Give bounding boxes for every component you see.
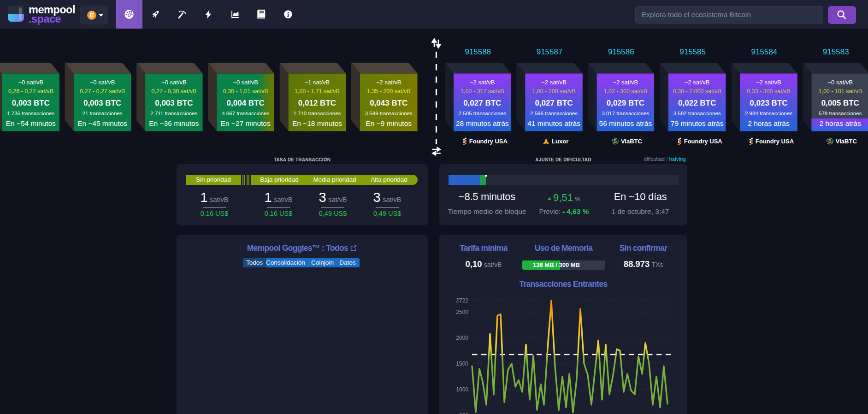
- svg-text:0,012 BTC: 0,012 BTC: [298, 99, 336, 107]
- svg-text:0,003 BTC: 0,003 BTC: [83, 99, 121, 107]
- svg-text:4.667 transacciones: 4.667 transacciones: [222, 111, 269, 116]
- svg-text:Foundry USA: Foundry USA: [684, 138, 723, 145]
- svg-text:915587: 915587: [537, 47, 563, 56]
- svg-text:En ~45 minutos: En ~45 minutos: [77, 119, 127, 127]
- svg-text:28 minutos atrás: 28 minutos atrás: [456, 119, 509, 127]
- svg-text:~2 sat/vB: ~2 sat/vB: [541, 79, 567, 86]
- svg-text:1,00 - 101 sat/vB: 1,00 - 101 sat/vB: [818, 88, 862, 95]
- svg-text:915586: 915586: [608, 47, 634, 56]
- svg-text:915585: 915585: [679, 47, 706, 56]
- svg-text:ViaBTC: ViaBTC: [621, 138, 643, 145]
- svg-text:3.017 transacciones: 3.017 transacciones: [602, 111, 649, 116]
- svg-text:0,33 - 300 sat/vB: 0,33 - 300 sat/vB: [747, 88, 791, 95]
- svg-text:2500: 2500: [456, 309, 468, 315]
- svg-text:0,022 BTC: 0,022 BTC: [678, 99, 716, 107]
- svg-text:~2 sat/vB: ~2 sat/vB: [756, 79, 781, 86]
- svg-text:~2 sat/vB: ~2 sat/vB: [470, 79, 495, 86]
- svg-text:0,043 BTC: 0,043 BTC: [370, 99, 407, 107]
- svg-text:915588: 915588: [465, 47, 491, 56]
- svg-text:~0 sat/vB: ~0 sat/vB: [827, 79, 853, 86]
- svg-text:0,023 BTC: 0,023 BTC: [750, 99, 787, 107]
- svg-text:2000: 2000: [456, 335, 468, 341]
- svg-text:1,35 - 200 sat/vB: 1,35 - 200 sat/vB: [367, 88, 411, 95]
- svg-text:915583: 915583: [823, 47, 849, 56]
- svg-text:2.596 transacciones: 2.596 transacciones: [530, 111, 578, 116]
- svg-text:2.505 transacciones: 2.505 transacciones: [459, 111, 506, 116]
- svg-text:3.582 transacciones: 3.582 transacciones: [673, 111, 721, 116]
- svg-text:En ~54 minutos: En ~54 minutos: [6, 119, 56, 127]
- svg-text:Luxor: Luxor: [552, 138, 568, 145]
- svg-text:~2 sat/vB: ~2 sat/vB: [685, 79, 710, 86]
- svg-text:B: B: [828, 139, 832, 144]
- svg-text:3.599 transacciones: 3.599 transacciones: [365, 111, 413, 116]
- svg-text:0,30 - 2.000 sat/vB: 0,30 - 2.000 sat/vB: [673, 88, 721, 95]
- svg-text:2.711 transacciones: 2.711 transacciones: [150, 111, 197, 116]
- svg-text:2.984 transacciones: 2.984 transacciones: [745, 111, 792, 116]
- svg-text:0,003 BTC: 0,003 BTC: [155, 99, 193, 107]
- svg-text:0,027 BTC: 0,027 BTC: [535, 99, 573, 107]
- svg-text:1.735 transacciones: 1.735 transacciones: [7, 111, 54, 116]
- svg-text:2 horas atrás: 2 horas atrás: [820, 119, 862, 127]
- svg-text:ViaBTC: ViaBTC: [836, 138, 857, 145]
- svg-text:0,004 BTC: 0,004 BTC: [227, 99, 265, 107]
- svg-text:0,27 - 0,27 sat/vB: 0,27 - 0,27 sat/vB: [80, 88, 125, 95]
- svg-text:0,029 BTC: 0,029 BTC: [607, 99, 644, 107]
- svg-text:En ~9 minutos: En ~9 minutos: [366, 119, 412, 127]
- svg-text:1,00 - 317 sat/vB: 1,00 - 317 sat/vB: [461, 88, 504, 95]
- svg-text:~0 sat/vB: ~0 sat/vB: [18, 79, 43, 86]
- svg-text:En ~27 minutos: En ~27 minutos: [221, 119, 271, 127]
- svg-text:0,27 - 0,30 sat/vB: 0,27 - 0,30 sat/vB: [151, 88, 196, 95]
- svg-text:~1 sat/vB: ~1 sat/vB: [305, 79, 330, 86]
- svg-text:En ~18 minutos: En ~18 minutos: [292, 119, 342, 127]
- svg-text:0,30 - 1,01 sat/vB: 0,30 - 1,01 sat/vB: [223, 88, 268, 95]
- svg-text:2 horas atrás: 2 horas atrás: [748, 119, 790, 127]
- svg-text:~2 sat/vB: ~2 sat/vB: [376, 79, 402, 86]
- svg-text:Foundry USA: Foundry USA: [469, 138, 508, 145]
- svg-text:1500: 1500: [456, 361, 468, 367]
- svg-text:~0 sat/vB: ~0 sat/vB: [161, 79, 187, 86]
- svg-text:0,26 - 0,27 sat/vB: 0,26 - 0,27 sat/vB: [8, 88, 53, 95]
- svg-text:~0 sat/vB: ~0 sat/vB: [90, 79, 115, 86]
- svg-text:~2 sat/vB: ~2 sat/vB: [613, 79, 638, 86]
- svg-text:2722: 2722: [456, 297, 468, 304]
- svg-text:Foundry USA: Foundry USA: [756, 138, 794, 145]
- svg-text:0,003 BTC: 0,003 BTC: [12, 99, 50, 107]
- svg-text:1,02 - 300 sat/vB: 1,02 - 300 sat/vB: [604, 88, 648, 95]
- svg-text:56 minutos atrás: 56 minutos atrás: [599, 119, 652, 127]
- svg-text:79 minutos atrás: 79 minutos atrás: [671, 119, 724, 127]
- svg-text:1.710 transacciones: 1.710 transacciones: [293, 111, 341, 116]
- svg-text:B: B: [614, 139, 617, 144]
- svg-text:41 minutos atrás: 41 minutos atrás: [527, 119, 580, 127]
- svg-text:~0 sat/vB: ~0 sat/vB: [233, 79, 258, 86]
- svg-text:1,00 - 200 sat/vB: 1,00 - 200 sat/vB: [532, 88, 576, 95]
- svg-text:En ~36 minutos: En ~36 minutos: [149, 119, 199, 127]
- svg-text:1000: 1000: [456, 386, 468, 393]
- svg-text:0,027 BTC: 0,027 BTC: [463, 99, 501, 107]
- svg-text:578 transacciones: 578 transacciones: [819, 111, 862, 116]
- svg-text:915584: 915584: [751, 47, 778, 56]
- svg-text:21 transacciones: 21 transacciones: [83, 111, 123, 116]
- svg-text:1,00 - 1,71 sat/vB: 1,00 - 1,71 sat/vB: [295, 88, 340, 95]
- svg-text:0,005 BTC: 0,005 BTC: [821, 99, 859, 107]
